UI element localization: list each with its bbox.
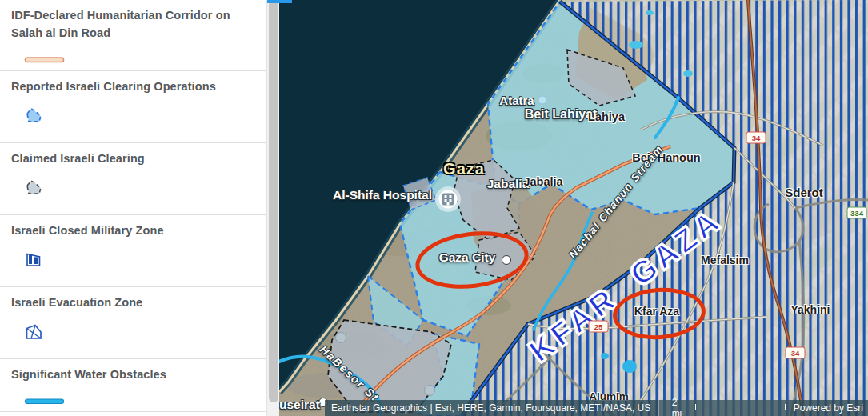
road-shield-25: 25 bbox=[589, 321, 609, 333]
attribution-sources: Earthstar Geographics | Esri, HERE, Garm… bbox=[331, 402, 650, 414]
corridor-line-symbol bbox=[24, 53, 252, 72]
legend-item-water-obstacles: Significant Water Obstacles bbox=[0, 359, 266, 412]
water-obstacle-line-symbol bbox=[24, 394, 252, 414]
map-application: IDF-Declared Humanitarian Corridor on Sa… bbox=[0, 0, 868, 416]
legend-label: Claimed Israeli Clearing bbox=[11, 150, 252, 168]
reported-clearing-icon bbox=[24, 106, 252, 126]
legend-panel: IDF-Declared Humanitarian Corridor on Sa… bbox=[0, 0, 266, 416]
map-attribution-bar: Earthstar Geographics | Esri, HERE, Garm… bbox=[325, 400, 868, 416]
legend-item-evacuation-zone: Israeli Evacuation Zone bbox=[0, 287, 266, 359]
claimed-clearing-icon bbox=[24, 178, 252, 198]
legend-scrollbar-track[interactable] bbox=[266, 0, 280, 416]
top-accent-bar bbox=[267, 0, 292, 3]
scale-label: 2 mi bbox=[672, 397, 690, 416]
road-shield-34: 34 bbox=[746, 132, 766, 144]
legend-item-reported-clearing: Reported Israeli Clearing Operations bbox=[0, 71, 266, 143]
road-shield-334: 334 bbox=[847, 207, 867, 219]
legend-label: Israeli Evacuation Zone bbox=[11, 294, 252, 312]
closed-military-zone-icon bbox=[24, 250, 252, 270]
evacuation-zone-icon bbox=[24, 322, 252, 342]
road-shield-34-south: 34 bbox=[786, 347, 806, 359]
powered-by-esri-link[interactable]: Powered by Esri bbox=[794, 402, 863, 414]
legend-label: IDF-Declared Humanitarian Corridor on Sa… bbox=[11, 7, 252, 42]
legend-label: Reported Israeli Clearing Operations bbox=[11, 78, 252, 96]
legend-item-claimed-clearing: Claimed Israeli Clearing bbox=[0, 143, 266, 215]
legend-scrollbar-thumb[interactable] bbox=[269, 0, 278, 402]
legend-label: Significant Water Obstacles bbox=[11, 366, 252, 384]
legend-item-closed-military-zone: Israeli Closed Military Zone bbox=[0, 215, 266, 287]
map-basemap-graphics bbox=[279, 0, 868, 416]
map-canvas[interactable]: Gaza Atatra Beit Lahiyat Lahiya Beit Han… bbox=[279, 0, 868, 416]
scale-bar bbox=[695, 404, 785, 410]
legend-label: Israeli Closed Military Zone bbox=[11, 222, 252, 240]
scale-bar-group: 2 mi bbox=[658, 400, 790, 416]
legend-item-humanitarian-corridor: IDF-Declared Humanitarian Corridor on Sa… bbox=[0, 0, 266, 71]
